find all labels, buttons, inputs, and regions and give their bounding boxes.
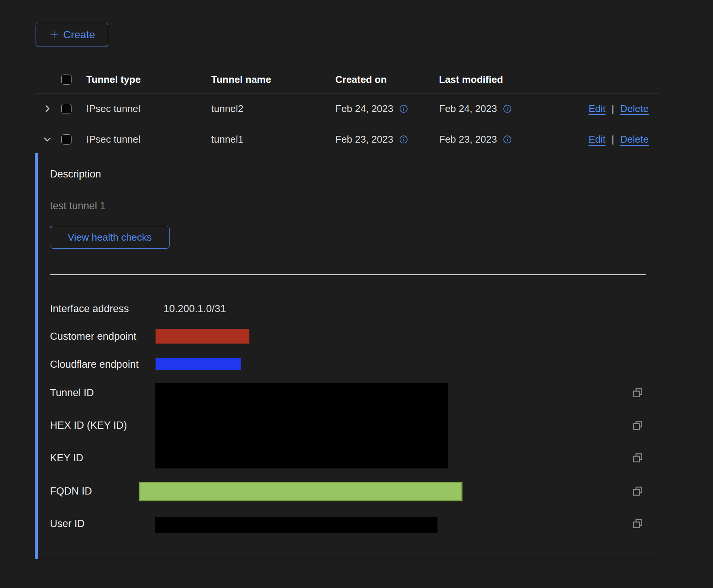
section-divider	[50, 274, 646, 275]
actions-separator: |	[612, 103, 614, 115]
copy-icon	[632, 420, 643, 431]
info-icon[interactable]	[503, 135, 512, 144]
table-row: IPsec tunnel tunnel1 Feb 23, 2023 Feb 23…	[35, 124, 659, 154]
description-value: test tunnel 1	[50, 200, 106, 212]
created-on-value: Feb 24, 2023	[335, 103, 393, 115]
customer-endpoint-redaction	[156, 329, 249, 344]
cloudflare-endpoint-label: Cloudflare endpoint	[50, 359, 139, 370]
copy-fqdn-id-button[interactable]	[630, 484, 645, 498]
row-checkbox[interactable]	[61, 104, 72, 114]
user-id-label: User ID	[50, 518, 85, 529]
header-tunnel-type: Tunnel type	[86, 74, 211, 86]
create-button-label: Create	[63, 29, 95, 41]
chevron-right-icon	[42, 104, 52, 114]
delete-link[interactable]: Delete	[620, 103, 649, 115]
select-all-checkbox[interactable]	[61, 75, 72, 85]
ids-redaction-block	[155, 383, 448, 468]
table-row: IPsec tunnel tunnel2 Feb 24, 2023 Feb 24…	[35, 93, 659, 124]
row-checkbox[interactable]	[61, 134, 72, 145]
edit-link[interactable]: Edit	[588, 103, 606, 115]
plus-icon	[49, 30, 59, 40]
tunnel-name-cell: tunnel1	[211, 134, 335, 145]
interface-address-value: 10.200.1.0/31	[163, 303, 226, 314]
tunnel-name-cell: tunnel2	[211, 103, 335, 115]
copy-tunnel-id-button[interactable]	[630, 386, 645, 400]
copy-user-id-button[interactable]	[630, 516, 645, 531]
expanded-row-panel: Description test tunnel 1 View health ch…	[38, 153, 659, 559]
copy-icon	[632, 485, 643, 497]
tunnel-type-cell: IPsec tunnel	[86, 103, 211, 115]
table-header-row: Tunnel type Tunnel name Created on Last …	[35, 66, 659, 93]
copy-icon	[632, 452, 643, 464]
info-icon[interactable]	[399, 135, 408, 144]
create-button[interactable]: Create	[36, 23, 108, 47]
edit-link[interactable]: Edit	[588, 134, 606, 145]
actions-separator: |	[612, 134, 614, 145]
last-modified-value: Feb 23, 2023	[439, 134, 497, 145]
fqdn-id-redaction	[139, 482, 462, 501]
copy-icon	[632, 387, 643, 398]
hex-id-label: HEX ID (KEY ID)	[50, 420, 127, 431]
info-icon[interactable]	[399, 104, 408, 113]
tunnel-id-label: Tunnel ID	[50, 387, 94, 398]
last-modified-value: Feb 24, 2023	[439, 103, 497, 115]
view-health-checks-label: View health checks	[68, 232, 152, 243]
copy-hex-id-button[interactable]	[630, 418, 645, 432]
interface-address-label: Interface address	[50, 303, 129, 314]
tunnel-type-cell: IPsec tunnel	[86, 134, 211, 145]
tunnels-page: Create Tunnel type Tunnel name Created o…	[0, 0, 713, 588]
copy-key-id-button[interactable]	[630, 451, 645, 465]
cloudflare-endpoint-redaction	[156, 358, 241, 370]
collapse-row-button[interactable]	[41, 133, 54, 146]
info-icon[interactable]	[503, 104, 512, 113]
copy-icon	[632, 518, 643, 529]
description-label: Description	[50, 168, 101, 180]
header-last-modified: Last modified	[439, 74, 541, 86]
expanded-row-accent-strip	[35, 153, 38, 559]
created-on-value: Feb 23, 2023	[335, 134, 393, 145]
user-id-redaction	[155, 517, 437, 533]
view-health-checks-button[interactable]: View health checks	[50, 226, 170, 249]
expand-row-button[interactable]	[41, 102, 54, 115]
key-id-label: KEY ID	[50, 452, 83, 464]
customer-endpoint-label: Customer endpoint	[50, 331, 136, 342]
header-tunnel-name: Tunnel name	[211, 74, 335, 86]
header-created-on: Created on	[335, 74, 439, 86]
chevron-down-icon	[42, 134, 52, 144]
tunnels-table: Tunnel type Tunnel name Created on Last …	[35, 66, 659, 154]
delete-link[interactable]: Delete	[620, 134, 649, 145]
fqdn-id-label: FQDN ID	[50, 485, 92, 497]
